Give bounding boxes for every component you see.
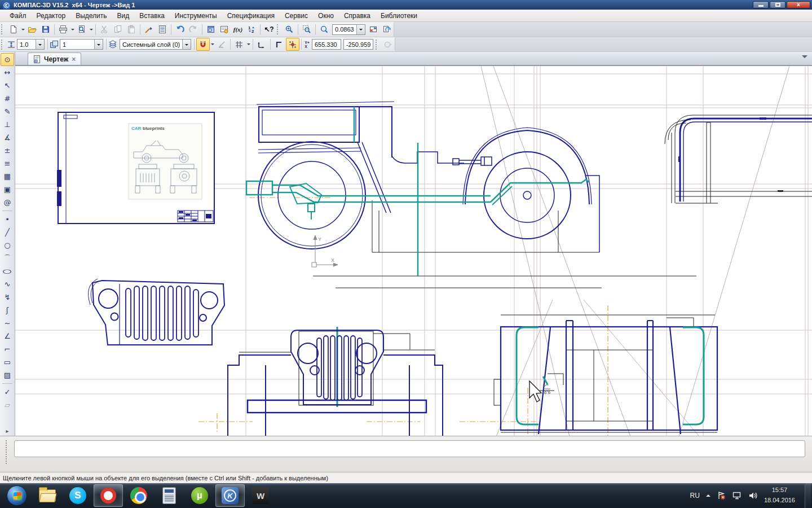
taskbar-explorer-button[interactable] <box>33 484 62 507</box>
zoom-in-button[interactable] <box>283 23 296 36</box>
menu-insert[interactable]: Вставка <box>134 10 170 21</box>
close-button[interactable]: × <box>787 1 810 8</box>
angle-snap-button[interactable] <box>215 38 228 51</box>
tool-curve[interactable]: ~ <box>1 317 14 330</box>
menu-service[interactable]: Сервис <box>280 10 313 21</box>
zoom-scale-button[interactable] <box>317 23 331 36</box>
menu-editor[interactable]: Редактор <box>32 10 71 21</box>
rebuild-view-button[interactable] <box>380 23 394 36</box>
variables-button[interactable] <box>218 23 231 36</box>
new-document-button[interactable] <box>7 23 20 36</box>
menu-window[interactable]: Окно <box>313 10 339 21</box>
paste-button[interactable] <box>125 23 138 36</box>
line-width-dropdown[interactable] <box>36 40 44 49</box>
copy-properties-button[interactable] <box>142 23 156 36</box>
grid-button[interactable] <box>232 38 246 51</box>
menu-specification[interactable]: Спецификация <box>222 10 280 21</box>
tool-line-style[interactable]: ✓ <box>1 386 14 398</box>
panel-parametrization[interactable]: ⊥ <box>1 118 14 131</box>
taskbar-opera-button[interactable] <box>94 484 123 507</box>
tool-equidistant[interactable]: ↯ <box>1 291 14 304</box>
panel-designations[interactable]: ↖ <box>1 79 14 92</box>
snap-dropdown[interactable] <box>210 38 215 51</box>
toolbar-grip[interactable] <box>1 24 5 34</box>
panel-selection[interactable]: ± <box>1 144 14 157</box>
menu-view[interactable]: Вид <box>112 10 135 21</box>
panel-applications[interactable]: @ <box>1 196 14 209</box>
local-cs-button[interactable] <box>255 38 268 51</box>
toolbar-grip[interactable] <box>277 24 280 34</box>
tab-close-icon[interactable]: × <box>72 55 76 63</box>
line-width-combo[interactable]: 1.0 <box>17 39 45 50</box>
tool-contour[interactable]: ʃ <box>1 304 14 317</box>
zoom-scale-value[interactable]: 0.0863 <box>333 26 356 33</box>
layer-value[interactable]: Системный слой (0) <box>120 41 182 48</box>
taskbar-clock[interactable]: 15:57 18.04.2016 <box>764 485 795 505</box>
tool-spline[interactable]: ∿ <box>1 278 14 291</box>
language-indicator[interactable]: RU <box>690 492 700 500</box>
maximize-button[interactable] <box>770 1 785 8</box>
snap-global-button[interactable] <box>196 38 210 51</box>
hidden-icons-button[interactable] <box>706 492 710 497</box>
view-number-value[interactable]: 1 <box>60 41 94 48</box>
menu-tools[interactable]: Инструменты <box>170 10 222 21</box>
line-width-value[interactable]: 1.0 <box>17 41 36 48</box>
network-icon[interactable] <box>732 491 742 500</box>
panel-insert-view[interactable]: ▣ <box>1 183 14 196</box>
panel-building-designations[interactable]: # <box>1 92 14 105</box>
tool-hatch[interactable]: ▨ <box>1 369 14 382</box>
redo-button[interactable] <box>187 23 200 36</box>
layer-dropdown[interactable] <box>182 40 191 49</box>
show-desktop-button[interactable] <box>805 483 811 508</box>
toolbar-grip[interactable] <box>1 40 5 50</box>
taskbar-chrome-button[interactable] <box>124 484 153 507</box>
copy-button[interactable] <box>111 23 125 36</box>
taskbar-skype-button[interactable]: S <box>63 484 92 507</box>
taskbar-kompas-button[interactable]: K <box>215 484 245 507</box>
tool-arc[interactable]: ⌒ <box>1 252 14 265</box>
volume-icon[interactable] <box>748 491 758 500</box>
preview-dropdown[interactable] <box>89 23 94 36</box>
tab-list-dropdown[interactable] <box>802 55 807 61</box>
panel-dimensions[interactable]: ↔ <box>1 66 14 79</box>
menu-help[interactable]: Справка <box>339 10 376 21</box>
panel-measure[interactable]: ∡ <box>1 131 14 144</box>
tool-segment[interactable]: ╱ <box>1 226 14 239</box>
print-dropdown[interactable] <box>70 23 75 36</box>
tool-ellipse[interactable]: ○ <box>1 265 14 278</box>
view-number-combo[interactable]: 1 <box>60 39 103 50</box>
tool-circle[interactable]: ○ <box>1 239 14 252</box>
zoom-scale-combo[interactable]: 0.0863 <box>332 24 365 35</box>
tab-drawing[interactable]: Чертеж × <box>28 52 81 65</box>
menu-select[interactable]: Выделить <box>70 10 112 21</box>
drawing-canvas[interactable]: CAR blueprints <box>15 65 812 436</box>
open-document-button[interactable] <box>25 23 39 36</box>
tool-chamfer[interactable]: ∠ <box>1 330 14 343</box>
taskbar-wot-button[interactable]: W <box>246 484 275 507</box>
exchange-order-button[interactable]: 12 <box>245 23 258 36</box>
coordinate-y-field[interactable]: -250.959 <box>343 39 373 50</box>
start-button[interactable] <box>2 484 32 507</box>
view-number-dropdown[interactable] <box>94 40 103 49</box>
context-help-button[interactable]: ↖? <box>262 23 276 36</box>
panel-expander[interactable]: ▸ <box>6 428 8 434</box>
tool-fillet[interactable]: ⌐ <box>1 343 14 356</box>
toolbar-grip[interactable] <box>376 40 379 50</box>
panel-geometry[interactable]: ⊙ <box>1 53 14 66</box>
cut-button[interactable] <box>98 23 111 36</box>
panel-specification[interactable]: ≡ <box>1 157 14 170</box>
ortho-button[interactable] <box>272 38 286 51</box>
print-preview-button[interactable] <box>75 23 89 36</box>
new-document-dropdown[interactable] <box>20 23 25 36</box>
save-button[interactable] <box>39 23 52 36</box>
tool-point[interactable]: • <box>1 213 14 226</box>
function-button[interactable]: f(x) <box>231 23 245 36</box>
panel-editing[interactable]: ✎ <box>1 105 14 118</box>
grid-dropdown[interactable] <box>246 38 251 51</box>
tool-rectangle[interactable]: ▭ <box>1 356 14 369</box>
taskbar-calculator-button[interactable] <box>155 484 184 507</box>
tool-stamp[interactable]: ▱ <box>1 398 14 411</box>
fit-document-button[interactable] <box>367 23 380 36</box>
style-tool-button[interactable] <box>381 38 395 51</box>
property-bar-grip[interactable] <box>6 440 8 464</box>
